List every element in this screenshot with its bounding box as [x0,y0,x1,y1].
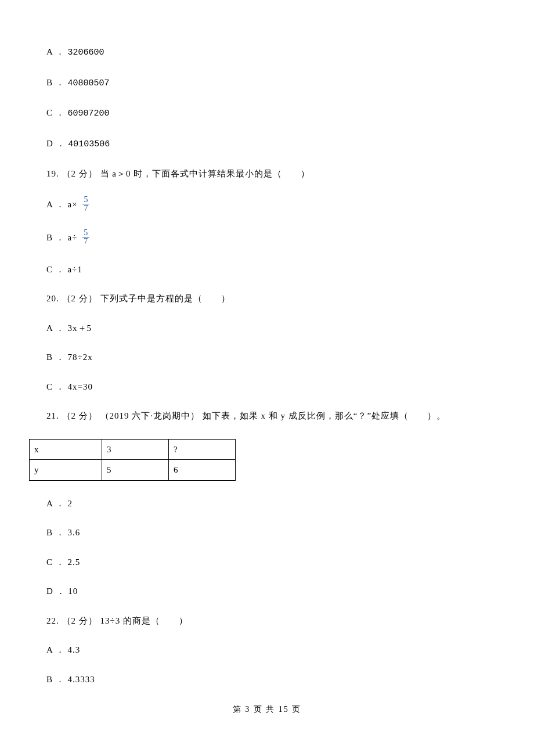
question-points: （2 分） [62,294,98,303]
fraction-denominator: 7 [82,237,89,246]
q18-option-d: D ． 40103506 [46,137,488,152]
option-label: D ． [46,586,66,596]
option-label: C ． [46,108,65,117]
table-cell: ? [169,439,236,460]
question-points: （2 分） [62,169,98,178]
q22-stem: 22. （2 分） 13÷3 的商是（ ） [46,614,488,628]
q21-data-table: x 3 ? y 5 6 [29,439,236,481]
table-cell: y [30,460,102,481]
fraction-numerator: 5 [82,229,89,237]
option-text: 40103506 [68,139,110,149]
option-label: A ． [46,323,65,333]
q21-option-b: B ． 3.6 [46,526,488,539]
option-text: 40800507 [68,78,110,88]
question-points: （2 分） [62,411,98,420]
question-text: 13÷3 的商是（ ） [100,616,188,625]
page-footer: 第 3 页 共 15 页 [46,703,488,715]
q20-option-a: A ． 3x＋5 [46,322,488,335]
option-text: a÷ [68,232,78,242]
option-label: C ． [46,557,65,567]
question-number: 22. [46,616,59,625]
question-points: （2 分） [62,616,98,625]
option-text: 3.6 [68,528,81,537]
option-text: a÷1 [68,265,82,274]
table-cell: 3 [102,439,169,460]
q18-option-c: C ． 60907200 [46,106,488,121]
table-cell: x [30,439,102,460]
option-label: C ． [46,382,65,391]
option-text: 3x＋5 [68,323,92,333]
question-number: 20. [46,294,59,303]
option-label: B ． [46,232,65,242]
question-text: 当 a＞0 时，下面各式中计算结果最小的是（ ） [100,169,311,178]
q19-option-c: C ． a÷1 [46,263,488,276]
q19-option-a: A ． a× 5 7 [46,197,488,214]
option-text: 4.3 [68,645,81,654]
q19-option-b: B ． a÷ 5 7 [46,230,488,247]
option-text: a× [68,199,78,208]
option-text: 60907200 [68,109,110,118]
fraction-icon: 5 7 [82,196,89,213]
q21-stem: 21. （2 分） （2019 六下·龙岗期中） 如下表，如果 x 和 y 成反… [46,409,488,423]
q22-option-b: B ． 4.3333 [46,673,488,686]
fraction-denominator: 7 [82,204,89,213]
option-text: 4x=30 [68,382,93,391]
option-label: B ． [46,675,65,684]
q20-option-b: B ． 78÷2x [46,351,488,364]
option-text: 2 [68,499,73,508]
option-text: 4.3333 [68,675,95,684]
q18-option-a: A ． 3206600 [46,45,488,60]
q22-option-a: A ． 4.3 [46,643,488,657]
q19-stem: 19. （2 分） 当 a＞0 时，下面各式中计算结果最小的是（ ） [46,167,488,181]
question-number: 19. [46,169,59,178]
q21-option-c: C ． 2.5 [46,556,488,569]
option-text: 10 [68,586,78,596]
option-text: 3206600 [68,48,104,57]
option-text: 78÷2x [68,352,93,362]
q20-option-c: C ． 4x=30 [46,380,488,394]
q20-stem: 20. （2 分） 下列式子中是方程的是（ ） [46,292,488,305]
option-label: B ． [46,352,65,362]
fraction-numerator: 5 [82,196,89,204]
exam-page: A ． 3206600 B ． 40800507 C ． 60907200 D … [0,0,534,727]
option-label: B ． [46,528,65,537]
option-label: A ． [46,499,65,508]
table-cell: 5 [102,460,169,481]
question-text: 如下表，如果 x 和 y 成反比例，那么“？”处应填（ ）。 [203,411,446,420]
option-label: D ． [46,139,66,148]
table-cell: 6 [169,460,236,481]
question-source: （2019 六下·龙岗期中） [100,411,200,420]
option-label: A ． [46,645,65,654]
q18-option-b: B ． 40800507 [46,76,488,91]
option-label: A ． [46,199,65,208]
fraction-icon: 5 7 [82,229,89,246]
q21-option-a: A ． 2 [46,497,488,510]
option-label: B ． [46,78,65,87]
option-label: C ． [46,265,65,274]
question-text: 下列式子中是方程的是（ ） [100,294,230,303]
option-text: 2.5 [68,557,81,567]
option-label: A ． [46,47,65,56]
table-row: x 3 ? [30,439,236,460]
question-number: 21. [46,411,59,420]
table-row: y 5 6 [30,460,236,481]
q21-option-d: D ． 10 [46,585,488,598]
